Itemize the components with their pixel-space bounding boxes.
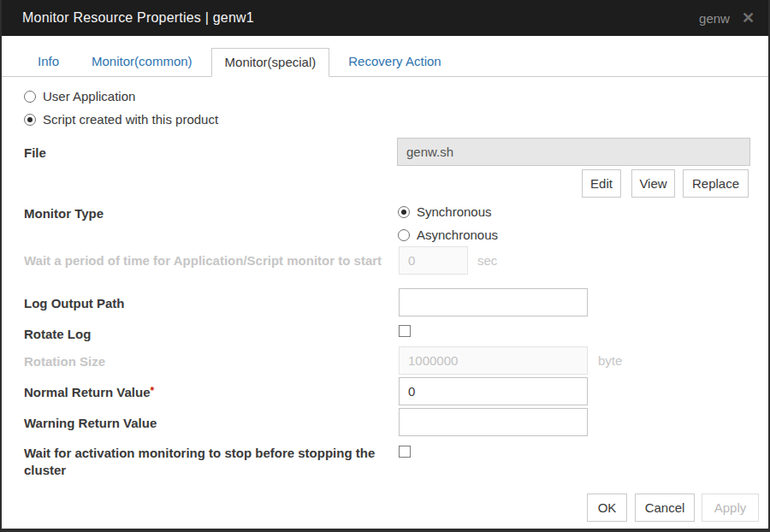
radio-icon <box>398 229 410 241</box>
cancel-button[interactable]: Cancel <box>635 494 695 522</box>
radio-label: User Application <box>43 89 135 103</box>
monitor-resource-properties-dialog: Monitor Resource Properties | genw1 genw… <box>0 0 770 532</box>
dialog-title: Monitor Resource Properties | genw1 <box>22 10 254 26</box>
file-label: File <box>24 145 46 162</box>
radio-user-application[interactable]: User Application <box>24 89 135 103</box>
wait-period-input[interactable] <box>399 246 468 275</box>
monitor-type-label: Monitor Type <box>24 205 104 222</box>
edit-button[interactable]: Edit <box>582 169 621 198</box>
wait-activation-label: Wait for activation monitoring to stop b… <box>24 445 383 480</box>
normal-return-label: Normal Return Value* <box>24 384 154 401</box>
rotate-log-label: Rotate Log <box>24 326 91 343</box>
radio-icon <box>398 206 410 218</box>
log-output-path-label: Log Output Path <box>24 295 124 312</box>
window-label: genw <box>699 11 730 26</box>
warning-return-input[interactable] <box>399 408 588 436</box>
radio-label: Script created with this product <box>43 112 218 127</box>
rotation-size-label: Rotation Size <box>24 353 105 370</box>
radio-asynchronous[interactable]: Asynchronous <box>398 228 498 242</box>
file-input[interactable] <box>397 138 750 166</box>
wait-period-unit: sec <box>477 253 497 268</box>
view-button[interactable]: View <box>631 169 675 198</box>
tab-monitor-special[interactable]: Monitor(special) <box>211 48 330 77</box>
warning-return-label: Warning Return Value <box>24 415 157 432</box>
log-output-path-input[interactable] <box>399 288 588 316</box>
tab-monitor-common[interactable]: Monitor(common) <box>78 47 206 76</box>
radio-label: Asynchronous <box>417 228 498 242</box>
radio-icon <box>24 91 36 103</box>
required-asterisk: * <box>151 385 155 397</box>
replace-button[interactable]: Replace <box>683 169 749 198</box>
wait-period-label: Wait a period of time for Application/Sc… <box>24 252 383 269</box>
titlebar: Monitor Resource Properties | genw1 genw… <box>0 0 770 36</box>
ok-button[interactable]: OK <box>587 494 627 522</box>
tabbar: Info Monitor(common) Monitor(special) Re… <box>2 48 768 77</box>
radio-synchronous[interactable]: Synchronous <box>398 204 492 219</box>
rotate-log-checkbox[interactable] <box>399 325 411 337</box>
tab-recovery-action[interactable]: Recovery Action <box>335 47 454 76</box>
tab-info[interactable]: Info <box>24 47 73 76</box>
rotation-size-unit: byte <box>598 353 622 368</box>
apply-button[interactable]: Apply <box>702 494 759 522</box>
wait-activation-checkbox[interactable] <box>399 446 411 458</box>
radio-script-created[interactable]: Script created with this product <box>24 112 218 127</box>
normal-return-input[interactable] <box>399 377 588 405</box>
normal-return-label-text: Normal Return Value <box>24 385 151 399</box>
radio-icon <box>24 114 36 126</box>
rotation-size-input[interactable] <box>399 346 588 375</box>
radio-label: Synchronous <box>417 204 492 219</box>
close-icon[interactable]: ✕ <box>742 10 755 26</box>
